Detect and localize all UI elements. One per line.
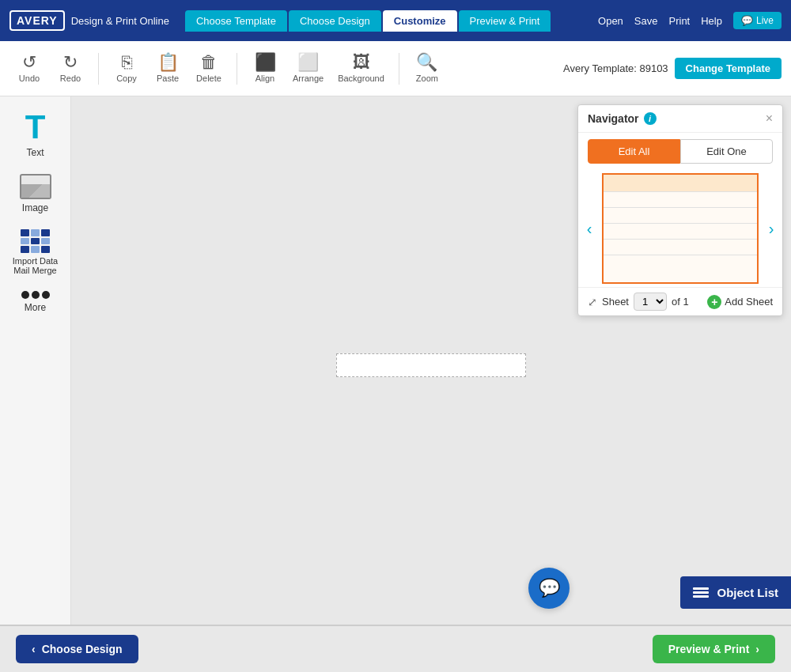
dot-2: [32, 291, 40, 299]
preview-row-2: [604, 192, 757, 208]
nav-right-items: Open Save Print Help 💬 Live: [598, 12, 782, 29]
redo-icon: ↻: [63, 54, 78, 71]
layer-line-3: [693, 595, 709, 598]
navigator-footer: ⤢ Sheet 1 of 1 + Add Sheet: [578, 287, 782, 315]
top-navigation: AVERY Design & Print Online Choose Templ…: [0, 0, 791, 41]
tab-preview-print[interactable]: Preview & Print: [459, 10, 551, 32]
sidebar-text-label: Text: [26, 147, 44, 158]
navigator-prev-arrow[interactable]: ‹: [578, 220, 600, 238]
grid-cell-3: [41, 229, 50, 236]
chat-icon: 💬: [539, 578, 560, 598]
chevron-right-icon: ›: [755, 643, 759, 655]
help-link[interactable]: Help: [701, 15, 722, 27]
grid-cell-2: [31, 229, 40, 236]
choose-design-button[interactable]: ‹ Choose Design: [16, 635, 138, 663]
more-dots-icon: [21, 291, 50, 299]
app-title: Design & Print Online: [71, 15, 169, 27]
add-sheet-plus-icon: +: [707, 295, 721, 309]
preview-row-1: [604, 175, 757, 192]
layers-icon: [693, 587, 709, 598]
tab-choose-design[interactable]: Choose Design: [289, 10, 381, 32]
canvas-area[interactable]: Navigator i × Edit All Edit One ‹: [71, 96, 791, 625]
toolbar-arrange-group: ⬛ Align ⬜ Arrange 🖼 Background: [245, 51, 391, 86]
navigator-preview: [602, 173, 759, 284]
open-link[interactable]: Open: [598, 15, 623, 27]
zoom-button[interactable]: 🔍 Zoom: [407, 51, 447, 86]
sidebar-item-more[interactable]: More: [3, 286, 67, 318]
sidebar-image-label: Image: [22, 202, 48, 213]
add-sheet-button[interactable]: + Add Sheet: [707, 295, 773, 309]
preview-print-button[interactable]: Preview & Print ›: [653, 635, 775, 663]
edit-mode-tabs: Edit All Edit One: [578, 133, 782, 170]
bottom-bar: ‹ Choose Design Preview & Print ›: [0, 625, 791, 672]
main-layout: T Text Image Import DataMail Merge: [0, 96, 791, 625]
copy-button[interactable]: ⎘ Copy: [107, 51, 146, 86]
align-button[interactable]: ⬛ Align: [245, 51, 285, 86]
chat-nav-icon: 💬: [741, 15, 753, 26]
sheet-label: Sheet: [602, 296, 629, 308]
background-button[interactable]: 🖼 Background: [331, 51, 391, 86]
grid-cell-6: [41, 238, 50, 245]
chat-button[interactable]: 💬: [528, 568, 570, 609]
navigator-close-button[interactable]: ×: [766, 111, 773, 126]
delete-icon: 🗑: [200, 54, 218, 71]
sidebar-item-image[interactable]: Image: [3, 169, 67, 218]
redo-button[interactable]: ↻ Redo: [51, 51, 90, 86]
arrange-button[interactable]: ⬜ Arrange: [286, 51, 330, 86]
dot-3: [42, 291, 50, 299]
align-icon: ⬛: [255, 54, 276, 71]
sheet-selector[interactable]: 1: [634, 293, 667, 311]
sidebar-item-import[interactable]: Import DataMail Merge: [3, 225, 67, 280]
layer-line-1: [693, 587, 709, 590]
sidebar-item-text[interactable]: T Text: [3, 106, 67, 163]
zoom-icon: 🔍: [416, 54, 437, 71]
label-placeholder[interactable]: [336, 353, 526, 377]
avery-logo: AVERY: [9, 10, 65, 31]
edit-one-tab[interactable]: Edit One: [680, 139, 773, 164]
toolbar-right: Avery Template: 89103 Change Template: [563, 58, 782, 79]
tab-customize[interactable]: Customize: [383, 10, 457, 32]
grid-cell-5: [31, 238, 40, 245]
grid-cell-8: [31, 246, 40, 253]
of-label: of 1: [672, 296, 689, 308]
preview-row-6: [604, 255, 757, 271]
object-list-button[interactable]: Object List: [680, 576, 791, 609]
mountain-shape: [21, 184, 50, 198]
background-icon: 🖼: [353, 54, 370, 71]
template-info: Avery Template: 89103: [563, 62, 668, 74]
paste-button[interactable]: 📋 Paste: [148, 51, 187, 86]
navigator-title: Navigator i: [588, 112, 657, 125]
arrange-icon: ⬜: [297, 54, 319, 71]
tab-choose-template[interactable]: Choose Template: [185, 10, 287, 32]
left-sidebar: T Text Image Import DataMail Merge: [0, 96, 71, 625]
live-button[interactable]: 💬 Live: [733, 12, 782, 29]
preview-row-3: [604, 208, 757, 224]
grid-cell-9: [41, 246, 50, 253]
undo-icon: ↺: [22, 54, 36, 71]
info-icon[interactable]: i: [644, 112, 657, 125]
change-template-button[interactable]: Change Template: [675, 58, 782, 79]
toolbar-separator-3: [399, 53, 399, 85]
sidebar-more-label: More: [25, 302, 46, 313]
grid-cell-4: [21, 238, 29, 245]
text-icon: T: [25, 111, 46, 144]
chevron-left-icon: ‹: [32, 643, 36, 655]
expand-icon[interactable]: ⤢: [588, 296, 597, 308]
layer-line-2: [693, 591, 709, 594]
paste-icon: 📋: [157, 54, 179, 71]
toolbar-history-group: ↺ Undo ↻ Redo: [9, 51, 90, 86]
navigator-panel: Navigator i × Edit All Edit One ‹: [577, 104, 783, 316]
image-icon: [20, 174, 51, 199]
nav-tabs: Choose Template Choose Design Customize …: [185, 10, 598, 32]
toolbar-edit-group: ⎘ Copy 📋 Paste 🗑 Delete: [107, 51, 229, 86]
navigator-header: Navigator i ×: [578, 105, 782, 133]
toolbar-separator-1: [98, 53, 99, 85]
dot-1: [21, 291, 29, 299]
save-link[interactable]: Save: [634, 15, 658, 27]
copy-icon: ⎘: [122, 54, 132, 71]
navigator-next-arrow[interactable]: ›: [760, 220, 782, 238]
print-link[interactable]: Print: [669, 15, 691, 27]
undo-button[interactable]: ↺ Undo: [9, 51, 49, 86]
edit-all-tab[interactable]: Edit All: [588, 139, 680, 164]
delete-button[interactable]: 🗑 Delete: [189, 51, 229, 86]
